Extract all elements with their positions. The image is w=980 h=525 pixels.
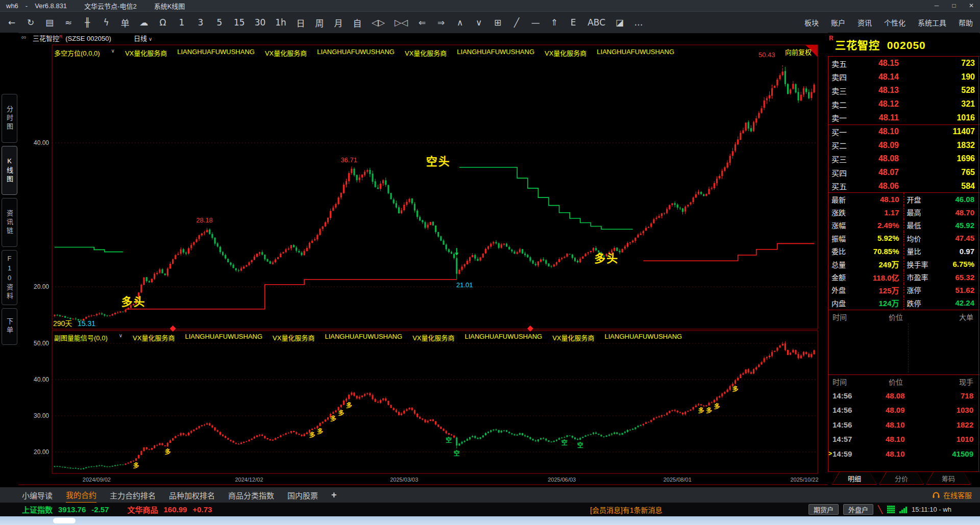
sidebar-tab-资讯链[interactable]: 资讯链 <box>2 198 17 247</box>
tick-row: 14:5748.101010 <box>828 432 978 447</box>
vendor-label: VX量化服务商 <box>545 48 586 58</box>
period-1h-icon[interactable]: 1h <box>275 17 286 28</box>
main-toolbar: ←↻▤≈╫ϟ单☁Ω13515301h日周月自◁▷▷◁⇐⇒∧∨⊞╱—⇑EABC◪…… <box>0 11 980 33</box>
orderbook-level-label: 卖三 <box>831 85 853 96</box>
trend-line-icon[interactable]: ≈ <box>64 17 73 28</box>
index1-label[interactable]: 上证指数 <box>22 504 53 515</box>
add-tab-button[interactable]: + <box>331 490 337 501</box>
shift-right-icon[interactable]: ⇒ <box>436 17 446 28</box>
bottom-tab-我的合约[interactable]: 我的合约 <box>66 487 96 503</box>
stat-开盘: 开盘46.08 <box>903 193 979 206</box>
stat-label: 内盘 <box>831 298 846 308</box>
tab-明细[interactable]: 明细 <box>832 472 877 485</box>
period-custom-icon[interactable]: 自 <box>353 16 362 29</box>
indicator-name[interactable]: 副图量能信号(0,0) <box>54 333 108 342</box>
menu-个性化[interactable]: 个性化 <box>884 17 905 28</box>
period-3-icon[interactable]: 3 <box>196 17 205 28</box>
expand-icon[interactable]: ▷◁ <box>395 17 408 28</box>
lightning-order-icon[interactable]: ϟ <box>102 17 111 28</box>
compress-icon[interactable]: ◁▷ <box>372 17 385 28</box>
vendor-label: LIANGHUAFUWUSHANG <box>464 333 542 342</box>
indicator-name[interactable]: 多空方位(0,0,0) <box>54 48 100 58</box>
index2-value: 160.99 <box>163 505 187 514</box>
index2-change: +0.73 <box>192 505 212 514</box>
bottom-tab-主力合约排名[interactable]: 主力合约排名 <box>110 488 156 503</box>
cloud-order-icon[interactable]: ☁ <box>139 17 149 28</box>
stat-label: 最高 <box>907 207 921 217</box>
tab-分价[interactable]: 分价 <box>879 472 924 485</box>
index2-label[interactable]: 文华商品 <box>127 504 158 515</box>
kline-chart[interactable]: 40.0020.0050.0040.0030.0020.002024/09/02… <box>18 42 828 487</box>
bottom-tab-小编导读[interactable]: 小编导读 <box>22 488 53 503</box>
quote-list-icon[interactable]: ▤ <box>45 17 54 28</box>
main-indicator-row[interactable]: 多空方位(0,0,0)∨VX量化服务商LIANGHUAFUWUSHANGVX量化… <box>54 48 674 58</box>
sidebar-tab-下单[interactable]: 下单 <box>2 308 17 345</box>
tick-header: 时间价位现手 <box>828 375 978 388</box>
stat-内盘: 内盘124万 <box>828 296 903 309</box>
sidebar-tab-F10资料[interactable]: F10资料 <box>2 250 17 305</box>
more-icon[interactable]: … <box>634 17 643 28</box>
order-ticket-icon[interactable]: 单 <box>120 16 130 29</box>
eraser-icon[interactable]: ◪ <box>615 17 624 28</box>
orderbook-row-买一[interactable]: 买一48.1011407 <box>828 125 978 139</box>
abc-tool-icon[interactable]: ABC <box>587 17 605 28</box>
server-node: 文华云节点-电信2 <box>84 1 137 11</box>
bottom-tab-商品分类指数[interactable]: 商品分类指数 <box>228 488 274 503</box>
orderbook-row-卖二[interactable]: 卖二48.12321 <box>828 97 978 111</box>
orderbook-level-label: 买二 <box>831 140 853 151</box>
orderbook-row-买五[interactable]: 买五48.06584 <box>828 179 978 193</box>
add-pane-icon[interactable]: ⊞ <box>493 17 502 28</box>
stat-label: 委比 <box>831 246 846 256</box>
quote-title: R 三花智控 002050 <box>828 35 979 53</box>
tick-list: 时间价位现手14:5648.0871814:5648.09103014:5648… <box>828 374 979 472</box>
member-message[interactable]: [会员消息]有1条新消息 <box>590 503 663 516</box>
text-tool-icon[interactable]: E <box>569 17 578 28</box>
stat-振幅: 振幅5.92% <box>828 232 903 244</box>
tab-筹码[interactable]: 筹码 <box>926 472 971 485</box>
futures-account-button[interactable]: 期货户 <box>808 504 839 515</box>
adjust-mode-label[interactable]: 向前复权 <box>735 47 812 57</box>
orderbook-row-卖四[interactable]: 卖四48.14190 <box>828 70 978 84</box>
refresh-icon[interactable]: ↻ <box>26 17 35 28</box>
stat-value: 51.62 <box>955 286 974 294</box>
period-30-icon[interactable]: 30 <box>255 17 266 28</box>
shift-left-icon[interactable]: ⇐ <box>418 17 427 28</box>
sidebar-tab-分时图[interactable]: 分时图 <box>2 94 17 143</box>
alert-bell-icon[interactable]: Ω <box>158 17 167 28</box>
orderbook-row-卖三[interactable]: 卖三48.13528 <box>828 84 978 97</box>
orderbook-row-买四[interactable]: 买四48.07765 <box>828 166 978 180</box>
period-day-icon[interactable]: 日 <box>296 16 305 29</box>
menu-系统工具[interactable]: 系统工具 <box>918 17 946 28</box>
menu-资讯[interactable]: 资讯 <box>857 17 872 28</box>
menu-板块[interactable]: 板块 <box>804 17 819 28</box>
period-5-icon[interactable]: 5 <box>215 17 224 28</box>
link-icon[interactable]: ∞ <box>21 33 26 41</box>
sub-indicator-row[interactable]: 副图量能信号(0,0)∨VX量化服务商LIANGHUAFUWUSHANGVX量化… <box>54 333 682 342</box>
menu-账户[interactable]: 账户 <box>831 17 845 28</box>
close-icon[interactable]: ✕ <box>963 0 980 11</box>
orderbook-row-卖一[interactable]: 卖一48.111016 <box>828 111 978 125</box>
draw-slash-icon[interactable]: ╱ <box>512 17 521 28</box>
kline-icon[interactable]: ╫ <box>83 17 92 28</box>
bottom-tab-品种加权排名[interactable]: 品种加权排名 <box>169 488 215 503</box>
overseas-account-button[interactable]: 外盘户 <box>843 504 873 515</box>
bottom-tab-国内股票[interactable]: 国内股票 <box>287 488 318 503</box>
status-right: 期货户 外盘户 ╲ 15:11:10 - wh <box>808 503 951 516</box>
draw-arrow-icon[interactable]: ⇑ <box>550 17 559 28</box>
minimize-icon[interactable]: ─ <box>928 0 945 11</box>
menu-帮助[interactable]: 帮助 <box>959 17 973 28</box>
zoom-out-icon[interactable]: ∧ <box>455 17 464 28</box>
period-week-icon[interactable]: 周 <box>315 16 324 29</box>
period-1-icon[interactable]: 1 <box>177 17 186 28</box>
orderbook-row-卖五[interactable]: 卖五48.15723 <box>828 57 978 70</box>
orderbook-row-买二[interactable]: 买二48.091832 <box>828 139 978 153</box>
online-service-button[interactable]: 在线客服 <box>932 487 972 503</box>
sidebar-tab-K线图[interactable]: K线图 <box>2 146 17 195</box>
maximize-icon[interactable]: □ <box>945 0 963 11</box>
period-15-icon[interactable]: 15 <box>234 17 245 28</box>
orderbook-row-买三[interactable]: 买三48.081696 <box>828 152 978 166</box>
period-month-icon[interactable]: 月 <box>334 16 343 29</box>
zoom-in-icon[interactable]: ∨ <box>474 17 483 28</box>
back-icon[interactable]: ← <box>7 17 16 28</box>
draw-hline-icon[interactable]: — <box>531 17 540 28</box>
